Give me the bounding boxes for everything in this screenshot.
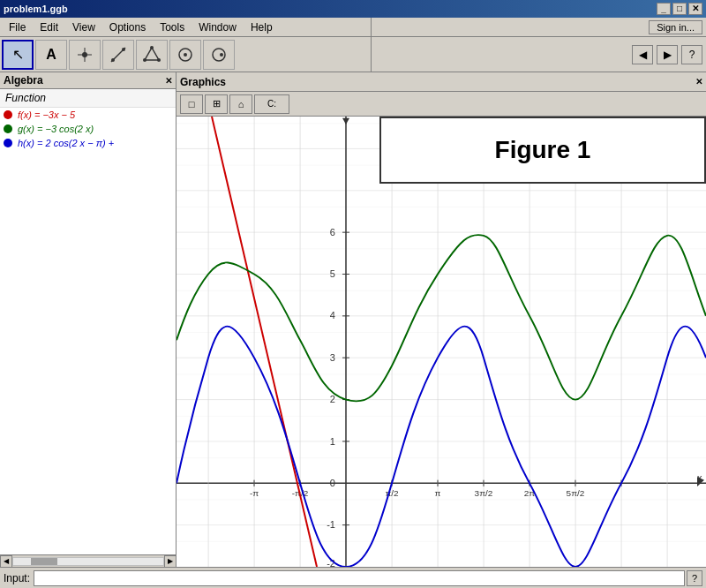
nav-back-button[interactable]: ◀ xyxy=(632,45,653,64)
input-label: Input: xyxy=(4,572,30,584)
sign-in-button[interactable]: Sign in... xyxy=(649,20,702,34)
tool-polygon[interactable] xyxy=(136,40,168,70)
tool-text[interactable]: A xyxy=(35,40,67,70)
y-axis-zero: 0 xyxy=(330,478,335,487)
function-text-h: h(x) = 2 cos(2 x − π) + xyxy=(18,138,114,148)
function-text-f: f(x) = −3x − 5 xyxy=(18,109,75,120)
x-axis-3pi-2: 3π/2 xyxy=(475,488,493,497)
tool-point[interactable] xyxy=(69,40,101,70)
figure-box: Figure 1 xyxy=(379,117,706,184)
algebra-title: Algebra xyxy=(4,74,43,87)
y-axis-n1: -1 xyxy=(327,520,335,530)
menu-window[interactable]: Window xyxy=(192,19,244,35)
svg-point-4 xyxy=(111,58,115,62)
function-item-h: h(x) = 2 cos(2 x − π) + xyxy=(0,136,176,150)
x-axis-pi: π xyxy=(435,488,441,497)
nav-forward-button[interactable]: ▶ xyxy=(657,45,678,64)
graphics-toolbar: □ ⊞ ⌂ C: xyxy=(176,92,706,117)
function-item-g: g(x) = −3 cos(2 x) xyxy=(0,122,176,136)
tool-circle[interactable] xyxy=(169,40,201,70)
graphics-title: Graphics xyxy=(180,76,226,88)
function-dot-f xyxy=(4,110,12,119)
menu-view[interactable]: View xyxy=(65,19,102,35)
scroll-left-button[interactable]: ◀ xyxy=(0,555,12,568)
function-text-g: g(x) = −3 cos(2 x) xyxy=(18,124,94,134)
graphics-drive[interactable]: C: xyxy=(254,94,289,114)
canvas-area[interactable]: Figure 1 xyxy=(176,117,706,567)
help-button[interactable]: ? xyxy=(681,45,702,64)
svg-point-8 xyxy=(157,58,161,62)
algebra-panel: Algebra ✕ Function f(x) = −3x − 5 g(x) =… xyxy=(0,72,176,567)
minimize-button[interactable]: _ xyxy=(657,3,671,15)
algebra-scrollbar[interactable]: ◀ ▶ xyxy=(0,554,176,567)
menu-tools[interactable]: Tools xyxy=(153,19,192,35)
figure-title: Figure 1 xyxy=(399,136,687,164)
graph-svg[interactable]: 0 1 2 3 4 5 6 -1 -2 -π -π/2 π/2 π 3π/2 2… xyxy=(176,117,706,567)
y-axis-5: 5 xyxy=(330,269,335,279)
main-area: Algebra ✕ Function f(x) = −3x − 5 g(x) =… xyxy=(0,72,706,567)
svg-point-9 xyxy=(143,58,146,62)
algebra-header: Algebra ✕ xyxy=(0,72,176,89)
graphics-tool-1[interactable]: □ xyxy=(180,94,203,114)
input-help-button[interactable]: ? xyxy=(687,570,702,586)
menu-options[interactable]: Options xyxy=(102,19,153,35)
menu-edit[interactable]: Edit xyxy=(33,19,65,35)
svg-point-5 xyxy=(122,48,125,51)
graphics-header: Graphics ✕ xyxy=(176,72,706,92)
svg-marker-6 xyxy=(145,48,159,60)
graphics-home[interactable]: ⌂ xyxy=(229,94,252,114)
y-axis-1: 1 xyxy=(330,436,335,446)
y-axis-3: 3 xyxy=(330,352,335,362)
input-field[interactable] xyxy=(34,570,685,586)
y-axis-4: 4 xyxy=(330,311,335,320)
close-button[interactable]: ✕ xyxy=(688,3,702,15)
x-axis-5pi-2: 5π/2 xyxy=(567,488,585,497)
function-dot-g xyxy=(4,124,12,133)
svg-rect-15 xyxy=(176,117,706,567)
sign-in-area: Sign in... xyxy=(371,18,706,37)
graphics-tool-2[interactable]: ⊞ xyxy=(205,94,228,114)
tool-intersect[interactable] xyxy=(203,40,235,70)
input-bar: Input: ? xyxy=(0,567,706,588)
title-bar-text: problem1.ggb xyxy=(4,4,68,14)
function-item-f: f(x) = −3x − 5 xyxy=(0,108,176,122)
x-axis-neg-pi: -π xyxy=(250,488,259,497)
svg-point-13 xyxy=(220,53,223,57)
graphics-panel: Graphics ✕ □ ⊞ ⌂ C: Figure 1 xyxy=(176,72,706,567)
title-bar-controls[interactable]: _ □ ✕ xyxy=(657,3,702,15)
title-bar: problem1.ggb _ □ ✕ xyxy=(0,0,706,18)
function-section-label: Function xyxy=(0,89,176,108)
tool-cursor[interactable]: ↖ xyxy=(2,40,34,70)
svg-point-11 xyxy=(184,53,187,57)
y-axis-2: 2 xyxy=(330,395,335,404)
scroll-right-button[interactable]: ▶ xyxy=(164,555,176,568)
maximize-button[interactable]: □ xyxy=(672,3,687,15)
y-axis-6: 6 xyxy=(330,227,335,237)
toolbar-right: ◀ ▶ ? xyxy=(371,37,706,72)
tool-line[interactable] xyxy=(102,40,134,70)
svg-point-7 xyxy=(150,46,154,49)
menu-file[interactable]: File xyxy=(2,19,33,35)
scroll-track xyxy=(12,557,164,566)
algebra-close-button[interactable]: ✕ xyxy=(165,76,172,86)
menu-help[interactable]: Help xyxy=(244,19,280,35)
x-axis-label-end: x xyxy=(697,473,702,483)
graphics-close-button[interactable]: ✕ xyxy=(695,77,702,87)
function-dot-h xyxy=(4,139,12,147)
